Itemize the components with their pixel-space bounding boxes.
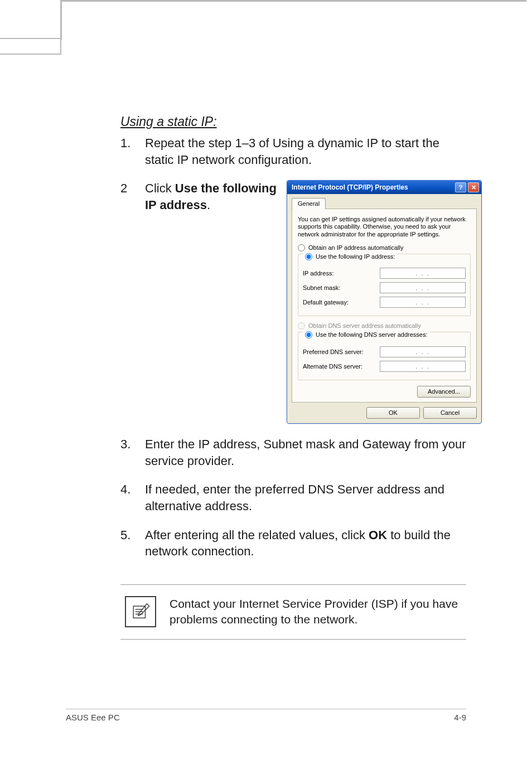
step-text: Click Use the following IP address.: [145, 180, 277, 213]
dialog-description: You can get IP settings assigned automat…: [298, 216, 471, 238]
dialog-titlebar: Internet Protocol (TCP/IP) Properties ? …: [287, 181, 481, 194]
advanced-button[interactable]: Advanced...: [417, 386, 471, 398]
step-number: 2: [120, 180, 133, 423]
step-number: 5.: [120, 527, 133, 560]
page-footer: ASUS Eee PC 4-9: [66, 709, 466, 722]
note-callout: Contact your Internet Service Provider (…: [120, 584, 466, 640]
pencil-pad-icon: [131, 602, 150, 621]
default-gateway-input[interactable]: . . .: [380, 297, 466, 308]
ip-address-group: Use the following IP address: IP address…: [298, 254, 471, 317]
alternate-dns-input[interactable]: . . .: [380, 361, 466, 372]
radio-use-following-ip[interactable]: Use the following IP address:: [305, 253, 395, 261]
step-text-prefix: Click: [145, 181, 172, 195]
step-5: 5. After entering all the related values…: [120, 527, 466, 560]
radio-input[interactable]: [305, 253, 312, 260]
step-3: 3. Enter the IP address, Subnet mask and…: [120, 436, 466, 469]
note-text: Contact your Internet Service Provider (…: [170, 596, 462, 628]
label-subnet-mask: Subnet mask:: [303, 284, 374, 292]
step-1: 1. Repeat the step 1–3 of Using a dynami…: [120, 135, 466, 168]
dialog-title: Internet Protocol (TCP/IP) Properties: [292, 183, 408, 192]
step-text-prefix: After entering all the related values, c…: [145, 528, 365, 542]
step-number: 3.: [120, 436, 133, 469]
radio-label: Use the following IP address:: [316, 253, 395, 261]
label-alternate-dns: Alternate DNS server:: [303, 362, 374, 371]
step-text-bold: OK: [369, 528, 387, 542]
step-2: 2 Click Use the following IP address. In…: [120, 180, 466, 423]
step-text: Enter the IP address, Subnet mask and Ga…: [145, 436, 466, 469]
dialog-panel: You can get IP settings assigned automat…: [292, 209, 477, 403]
steps-list: 1. Repeat the step 1–3 of Using a dynami…: [120, 135, 466, 560]
section-title: Using a static IP:: [120, 114, 466, 129]
dns-group: Use the following DNS server addresses: …: [298, 332, 471, 380]
page-edge-left: [60, 0, 62, 40]
page-side-tab: [0, 38, 61, 55]
note-icon: [125, 596, 156, 627]
step-text-suffix: .: [207, 198, 210, 212]
radio-input[interactable]: [305, 331, 312, 338]
step-number: 4.: [120, 481, 133, 514]
label-ip-address: IP address:: [303, 269, 374, 278]
footer-product: ASUS Eee PC: [66, 713, 120, 722]
radio-use-following-dns[interactable]: Use the following DNS server addresses:: [305, 331, 428, 339]
tcpip-properties-dialog: Internet Protocol (TCP/IP) Properties ? …: [287, 180, 482, 423]
cancel-button[interactable]: Cancel: [423, 407, 477, 419]
step-text: After entering all the related values, c…: [145, 527, 466, 560]
label-preferred-dns: Preferred DNS server:: [303, 348, 374, 356]
tab-general[interactable]: General: [292, 198, 326, 209]
manual-page: Using a static IP: 1. Repeat the step 1–…: [0, 0, 532, 760]
preferred-dns-input[interactable]: . . .: [380, 346, 466, 357]
radio-label: Use the following DNS server addresses:: [316, 331, 428, 339]
help-button[interactable]: ?: [455, 182, 466, 192]
label-default-gateway: Default gateway:: [303, 298, 374, 307]
step-text: If needed, enter the preferred DNS Serve…: [145, 481, 466, 514]
footer-pagenum: 4-9: [454, 713, 466, 722]
ok-button[interactable]: OK: [366, 407, 420, 419]
page-edge-top: [60, 0, 526, 2]
close-button[interactable]: ✕: [468, 182, 479, 192]
step-4: 4. If needed, enter the preferred DNS Se…: [120, 481, 466, 514]
step-number: 1.: [120, 135, 133, 168]
step-text: Repeat the step 1–3 of Using a dynamic I…: [145, 135, 466, 168]
content-column: Using a static IP: 1. Repeat the step 1–…: [120, 114, 466, 640]
ip-address-input[interactable]: . . .: [380, 268, 466, 279]
subnet-mask-input[interactable]: . . .: [380, 282, 466, 293]
